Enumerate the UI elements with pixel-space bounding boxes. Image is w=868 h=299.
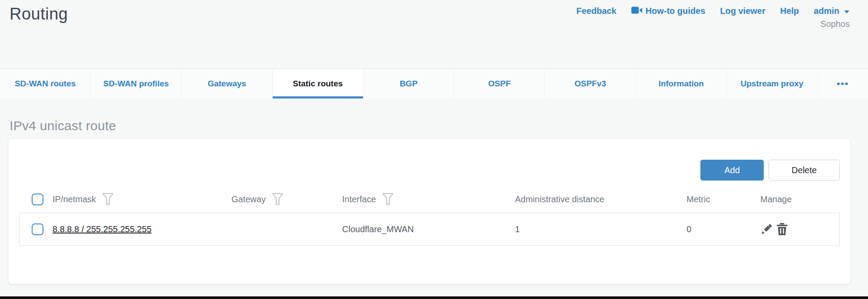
column-label: Administrative distance	[515, 194, 604, 204]
tab-bgp[interactable]: BGP	[363, 69, 454, 99]
table-actions: Add Delete	[19, 160, 840, 181]
page-title: Routing	[10, 4, 68, 24]
column-label: Gateway	[231, 194, 266, 204]
header-cell-select	[20, 194, 53, 205]
add-button[interactable]: Add	[700, 160, 764, 181]
table-header-row: IP/netmask Gateway Interface Administrat…	[19, 186, 840, 213]
row-cell-manage	[760, 223, 839, 236]
routes-card: Add Delete IP/netmask Gateway Interface	[8, 138, 851, 284]
funnel-icon[interactable]	[102, 193, 114, 206]
row-cell-select	[20, 223, 53, 235]
log-viewer-link[interactable]: Log viewer	[720, 6, 765, 16]
row-checkbox[interactable]	[32, 223, 43, 235]
main-content: IPv4 unicast route Add Delete IP/netmask…	[0, 118, 868, 284]
routing-tab-bar: SD-WAN routes SD-WAN profiles Gateways S…	[0, 69, 868, 99]
user-menu[interactable]: admin	[814, 6, 850, 16]
pencil-icon[interactable]	[760, 223, 772, 235]
trash-icon[interactable]	[776, 223, 788, 236]
section-heading: IPv4 unicast route	[10, 118, 851, 133]
header-cell-interface: Interface	[342, 193, 515, 206]
tab-static-routes[interactable]: Static routes	[272, 69, 363, 99]
feedback-link[interactable]: Feedback	[576, 6, 616, 16]
tab-sdwan-routes[interactable]: SD-WAN routes	[0, 69, 90, 99]
row-cell-metric: 0	[686, 224, 760, 234]
chevron-down-icon	[844, 6, 850, 16]
delete-button[interactable]: Delete	[769, 160, 840, 181]
column-label: Metric	[686, 194, 710, 204]
funnel-icon[interactable]	[272, 193, 284, 206]
top-nav-wrap: Feedback How-to guides Log viewer Help a…	[576, 4, 850, 29]
tab-ospf[interactable]: OSPF	[454, 69, 545, 99]
header-cell-ip-netmask: IP/netmask	[53, 193, 231, 206]
row-cell-interface: Cloudflare_MWAN	[342, 224, 515, 234]
video-camera-icon	[631, 6, 642, 16]
help-link[interactable]: Help	[780, 6, 799, 16]
funnel-icon[interactable]	[382, 193, 394, 206]
howto-guides-link[interactable]: How-to guides	[631, 6, 706, 16]
tab-ospfv3[interactable]: OSPFv3	[545, 69, 635, 99]
tab-information[interactable]: Information	[636, 69, 726, 99]
select-all-checkbox[interactable]	[32, 194, 43, 205]
tab-sdwan-profiles[interactable]: SD-WAN profiles	[90, 69, 181, 99]
header-cell-gateway: Gateway	[231, 193, 342, 206]
row-cell-ip-netmask: 8.8.8.8 / 255.255.255.255	[53, 224, 231, 234]
header-cell-admin-distance: Administrative distance	[515, 194, 686, 204]
bottom-edge-strip	[0, 296, 868, 299]
brand-label: Sophos	[820, 19, 850, 29]
tab-upstream-proxy[interactable]: Upstream proxy	[726, 69, 817, 99]
tab-more-menu[interactable]: •••	[817, 69, 868, 99]
table-row: 8.8.8.8 / 255.255.255.255 Cloudflare_MWA…	[19, 213, 840, 246]
column-label: Manage	[760, 194, 792, 204]
page-header: Routing Feedback How-to guides Log viewe…	[0, 0, 868, 69]
column-label: IP/netmask	[53, 194, 96, 204]
top-nav: Feedback How-to guides Log viewer Help a…	[576, 6, 850, 16]
route-link[interactable]: 8.8.8.8 / 255.255.255.255	[53, 224, 152, 234]
tab-gateways[interactable]: Gateways	[181, 69, 272, 99]
column-label: Interface	[342, 194, 376, 204]
row-cell-admin-distance: 1	[515, 224, 686, 234]
header-cell-manage: Manage	[760, 194, 839, 204]
header-cell-metric: Metric	[686, 194, 760, 204]
